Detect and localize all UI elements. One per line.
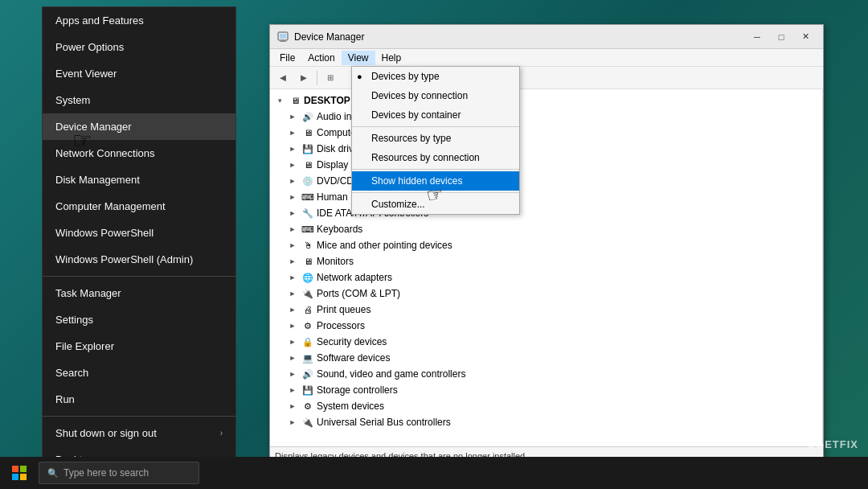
expand-icon[interactable]: ► <box>286 142 299 155</box>
sound-icon: 🔊 <box>301 368 314 380</box>
expand-icon[interactable]: ► <box>286 239 299 252</box>
keyboard-icon: ⌨ <box>301 223 314 236</box>
title-bar: Device Manager ─ □ ✕ <box>270 25 823 49</box>
sidebar-item-task-manager[interactable]: Task Manager <box>43 280 235 306</box>
hid-icon: ⌨ <box>301 191 314 203</box>
print-icon: 🖨 <box>301 303 314 316</box>
sidebar-item-settings[interactable]: Settings <box>43 306 235 333</box>
maximize-button[interactable]: □ <box>770 29 792 45</box>
view-dropdown-menu: ● Devices by type Devices by connection … <box>351 66 520 215</box>
windows-logo <box>12 466 27 480</box>
dropdown-separator-2 <box>352 169 519 170</box>
tree-item[interactable]: ► 🖥 Monitors <box>270 253 822 269</box>
dropdown-separator <box>352 126 519 127</box>
security-icon: 🔒 <box>301 335 314 348</box>
ugetfix-watermark: UGETFIX <box>808 438 858 450</box>
expand-icon[interactable]: ► <box>286 207 299 220</box>
expand-icon[interactable]: ► <box>286 271 299 284</box>
tree-item[interactable]: ► 🖱 Mice and other pointing devices <box>270 237 822 253</box>
sidebar-item-file-explorer[interactable]: File Explorer <box>43 333 235 360</box>
start-button[interactable] <box>6 460 32 486</box>
svg-rect-1 <box>280 34 286 39</box>
back-button[interactable]: ◄ <box>273 69 293 87</box>
expand-icon[interactable]: ► <box>286 175 299 187</box>
expand-icon[interactable]: ► <box>286 158 299 171</box>
tree-item[interactable]: ► 🔊 Sound, video and game controllers <box>270 366 822 382</box>
tree-item[interactable]: ► 🖨 Print queues <box>270 302 822 318</box>
tree-item[interactable]: ► 🌐 Network adapters <box>270 269 822 286</box>
expand-icon[interactable]: ► <box>286 255 299 268</box>
expand-icon[interactable]: ► <box>286 384 299 397</box>
dropdown-separator-3 <box>352 192 519 193</box>
menu-devices-by-connection[interactable]: Devices by connection <box>352 86 519 105</box>
separator-2 <box>43 416 235 417</box>
window-controls: ─ □ ✕ <box>746 29 817 45</box>
expand-icon[interactable]: ► <box>286 126 299 139</box>
expand-icon[interactable]: ► <box>286 335 299 348</box>
audio-icon: 🔊 <box>301 110 314 123</box>
ide-icon: 🔧 <box>301 207 314 220</box>
software-icon: 💻 <box>301 351 314 364</box>
tree-item[interactable]: ► 🔌 Universal Serial Bus controllers <box>270 414 822 430</box>
processor-icon: ⚙ <box>301 319 314 332</box>
expand-icon[interactable]: ► <box>286 368 299 380</box>
expand-icon[interactable]: ► <box>286 110 299 123</box>
tree-item[interactable]: ► ⌨ Keyboards <box>270 221 822 237</box>
expand-icon[interactable]: ► <box>286 191 299 203</box>
taskbar: 🔍 Type here to search <box>0 457 868 489</box>
menu-action[interactable]: Action <box>301 51 341 65</box>
forward-button[interactable]: ► <box>294 69 313 87</box>
menu-show-hidden-devices[interactable]: Show hidden devices <box>352 171 519 191</box>
menu-devices-by-type[interactable]: ● Devices by type <box>352 67 519 86</box>
menu-customize[interactable]: Customize... <box>352 195 519 214</box>
usb-icon: 🔌 <box>301 416 314 429</box>
menu-resources-by-type[interactable]: Resources by type <box>352 129 519 148</box>
sidebar-item-power-options[interactable]: Power Options <box>43 34 235 60</box>
dvd-icon: 💿 <box>301 175 314 187</box>
sidebar-item-network-connections[interactable]: Network Connections <box>43 140 235 166</box>
sidebar-item-shut-down[interactable]: Shut down or sign out › <box>43 420 235 446</box>
tree-item[interactable]: ► 🔌 Ports (COM & LPT) <box>270 286 822 302</box>
sidebar-item-search[interactable]: Search <box>43 360 235 386</box>
expand-icon[interactable]: ► <box>286 223 299 236</box>
tree-item[interactable]: ► 💾 Storage controllers <box>270 382 822 398</box>
tree-item[interactable]: ► ⚙ System devices <box>270 398 822 414</box>
chevron-right-icon: › <box>220 429 223 438</box>
sidebar-item-windows-powershell[interactable]: Windows PowerShell <box>43 220 235 246</box>
menu-devices-by-container[interactable]: Devices by container <box>352 105 519 125</box>
menu-resources-by-connection[interactable]: Resources by connection <box>352 148 519 167</box>
mouse-icon: 🖱 <box>301 239 314 252</box>
sidebar-item-run[interactable]: Run <box>43 386 235 413</box>
menu-file[interactable]: File <box>273 51 301 65</box>
expand-icon[interactable]: ► <box>286 319 299 332</box>
sidebar-item-computer-management[interactable]: Computer Management <box>43 193 235 220</box>
expand-icon[interactable]: ▾ <box>273 94 286 107</box>
tree-item[interactable]: ► 🔒 Security devices <box>270 334 822 350</box>
expand-icon[interactable]: ► <box>286 287 299 300</box>
menu-help[interactable]: Help <box>375 51 408 65</box>
expand-icon[interactable]: ► <box>286 400 299 413</box>
expand-icon[interactable]: ► <box>286 351 299 364</box>
tree-item[interactable]: ► 💻 Software devices <box>270 350 822 366</box>
sidebar-item-device-manager[interactable]: Device Manager <box>43 113 235 140</box>
properties-button[interactable]: ⊞ <box>321 69 340 87</box>
svg-rect-3 <box>280 41 286 42</box>
close-button[interactable]: ✕ <box>794 29 817 45</box>
menu-bar: File Action View Help <box>270 49 823 67</box>
expand-icon[interactable]: ► <box>286 416 299 429</box>
minimize-button[interactable]: ─ <box>746 29 768 45</box>
device-manager-icon <box>276 31 289 43</box>
display-icon: 🖥 <box>301 158 314 171</box>
tree-item[interactable]: ► ⚙ Processors <box>270 318 822 334</box>
sidebar-item-disk-management[interactable]: Disk Management <box>43 166 235 193</box>
sidebar-item-windows-powershell-admin[interactable]: Windows PowerShell (Admin) <box>43 246 235 273</box>
ports-icon: 🔌 <box>301 287 314 300</box>
svg-rect-2 <box>281 40 285 41</box>
sidebar-item-system[interactable]: System <box>43 87 235 113</box>
expand-icon[interactable]: ► <box>286 303 299 316</box>
sidebar-item-event-viewer[interactable]: Event Viewer <box>43 60 235 87</box>
computer-icon: 🖥 <box>289 94 301 107</box>
taskbar-search-box[interactable]: 🔍 Type here to search <box>39 462 199 484</box>
menu-view[interactable]: View <box>342 51 375 65</box>
sidebar-item-apps-features[interactable]: Apps and Features <box>43 7 235 34</box>
